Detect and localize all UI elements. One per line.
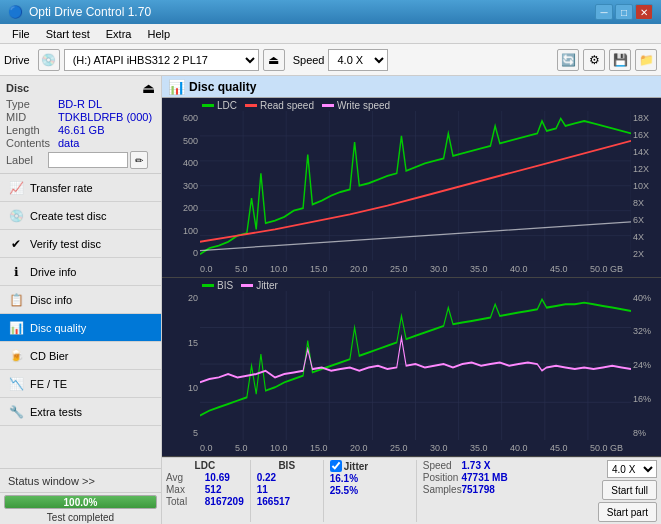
disc-button[interactable]: 💾 [609, 49, 631, 71]
stats-total-ldc: 8167209 [205, 496, 244, 507]
jitter-color [241, 284, 253, 287]
stats-total-bis: 166517 [257, 496, 290, 507]
menu-help[interactable]: Help [139, 26, 178, 42]
transfer-rate-icon: 📈 [8, 181, 24, 195]
disc-label-edit-button[interactable]: ✏ [130, 151, 148, 169]
disc-title: Disc [6, 82, 29, 94]
jitter-checkbox[interactable] [330, 460, 342, 472]
nav-cd-bier[interactable]: 🍺 CD Bier [0, 342, 161, 370]
chart2-y-axis-left: 20 15 10 5 [162, 291, 200, 441]
app-icon: 🔵 [8, 5, 23, 19]
titlebar: 🔵 Opti Drive Control 1.70 ─ □ ✕ [0, 0, 661, 24]
close-button[interactable]: ✕ [635, 4, 653, 20]
stats-bis-col: BIS 0.22 11 166517 [257, 460, 317, 522]
disc-label-input[interactable] [48, 152, 128, 168]
stats-avg-bis: 0.22 [257, 472, 276, 483]
disc-quality-header-icon: 📊 [168, 79, 185, 95]
stats-bar: LDC Avg 10.69 Max 512 Total 8167209 BIS [162, 457, 661, 524]
stats-max-ldc: 512 [205, 484, 222, 495]
status-section: Status window >> 100.0% Test completed [0, 468, 161, 524]
eject-button[interactable]: ⏏ [263, 49, 285, 71]
stats-avg-ldc: 10.69 [205, 472, 230, 483]
y1-r4: 10X [631, 181, 651, 191]
refresh-button[interactable]: 🔄 [557, 49, 579, 71]
y1-r8: 2X [631, 249, 646, 259]
nav-transfer-rate[interactable]: 📈 Transfer rate [0, 174, 161, 202]
legend-jitter[interactable]: Jitter [241, 280, 278, 291]
samples-key: Samples [423, 484, 459, 495]
nav-verify-test-disc[interactable]: ✔ Verify test disc [0, 230, 161, 258]
nav-disc-info-label: Disc info [30, 294, 72, 306]
disc-type-key: Type [6, 98, 58, 110]
status-window-button[interactable]: Status window >> [0, 469, 161, 493]
left-panel: Disc ⏏ Type BD-R DL MID TDKBLDRFB (000) … [0, 76, 162, 524]
stats-avg-jitter: 16.1% [330, 473, 358, 484]
nav-transfer-rate-label: Transfer rate [30, 182, 93, 194]
y2-r1: 32% [631, 326, 653, 336]
status-text: Test completed [0, 511, 161, 524]
progress-bar: 100.0% [4, 495, 157, 509]
speed-select[interactable]: 4.0 X [328, 49, 388, 71]
nav-extra-tests-label: Extra tests [30, 406, 82, 418]
stats-max-ldc-row: Max 512 [166, 484, 244, 495]
nav-disc-info[interactable]: 📋 Disc info [0, 286, 161, 314]
start-full-button[interactable]: Start full [602, 480, 657, 500]
chart2-legend: BIS Jitter [162, 278, 661, 291]
nav-cd-bier-label: CD Bier [30, 350, 69, 362]
speed-key: Speed [423, 460, 459, 471]
write-speed-label: Write speed [337, 100, 390, 111]
ldc-color [202, 104, 214, 107]
y1-r7: 4X [631, 232, 646, 242]
nav-drive-info-label: Drive info [30, 266, 76, 278]
nav-create-test-disc[interactable]: 💿 Create test disc [0, 202, 161, 230]
stats-max-bis-row: 11 [257, 484, 317, 495]
disc-eject-icon[interactable]: ⏏ [142, 80, 155, 96]
legend-read-speed[interactable]: Read speed [245, 100, 314, 111]
drive-select[interactable]: (H:) ATAPI iHBS312 2 PL17 [64, 49, 259, 71]
y2-l1: 15 [186, 338, 200, 348]
start-part-button[interactable]: Start part [598, 502, 657, 522]
verify-test-disc-icon: ✔ [8, 237, 24, 251]
disc-label-row: Label ✏ [6, 151, 155, 169]
stats-speed-select[interactable]: 4.0 X [607, 460, 657, 478]
minimize-button[interactable]: ─ [595, 4, 613, 20]
nav-section: 📈 Transfer rate 💿 Create test disc ✔ Ver… [0, 174, 161, 468]
disc-label-key: Label [6, 154, 46, 166]
nav-extra-tests[interactable]: 🔧 Extra tests [0, 398, 161, 426]
y1-l0: 600 [181, 113, 200, 123]
settings-button[interactable]: ⚙ [583, 49, 605, 71]
y2-l3: 5 [191, 428, 200, 438]
stats-bis-header: BIS [257, 460, 317, 471]
divider2 [323, 460, 324, 522]
nav-drive-info[interactable]: ℹ Drive info [0, 258, 161, 286]
stats-total-ldc-label: Total [166, 496, 202, 507]
nav-fe-te[interactable]: 📉 FE / TE [0, 370, 161, 398]
legend-write-speed[interactable]: Write speed [322, 100, 390, 111]
cd-bier-icon: 🍺 [8, 349, 24, 363]
titlebar-controls: ─ □ ✕ [595, 4, 653, 20]
chart-ldc: LDC Read speed Write speed 600 [162, 98, 661, 278]
bis-label: BIS [217, 280, 233, 291]
menu-start-test[interactable]: Start test [38, 26, 98, 42]
save-button[interactable]: 📁 [635, 49, 657, 71]
divider1 [250, 460, 251, 522]
legend-bis[interactable]: BIS [202, 280, 233, 291]
menu-extra[interactable]: Extra [98, 26, 140, 42]
create-test-disc-icon: 💿 [8, 209, 24, 223]
ldc-label: LDC [217, 100, 237, 111]
y1-l1: 500 [181, 136, 200, 146]
samples-value: 751798 [462, 484, 495, 495]
stats-avg-bis-row: 0.22 [257, 472, 317, 483]
menu-file[interactable]: File [4, 26, 38, 42]
disc-length-value: 46.61 GB [58, 124, 104, 136]
jitter-label: Jitter [256, 280, 278, 291]
disc-contents-key: Contents [6, 137, 58, 149]
disc-mid-row: MID TDKBLDRFB (000) [6, 111, 155, 123]
maximize-button[interactable]: □ [615, 4, 633, 20]
nav-disc-quality[interactable]: 📊 Disc quality [0, 314, 161, 342]
position-value: 47731 MB [462, 472, 508, 483]
stats-samples-row: Samples 751798 [423, 484, 508, 495]
legend-ldc[interactable]: LDC [202, 100, 237, 111]
nav-disc-quality-label: Disc quality [30, 322, 86, 334]
toolbar: Drive 💿 (H:) ATAPI iHBS312 2 PL17 ⏏ Spee… [0, 44, 661, 76]
